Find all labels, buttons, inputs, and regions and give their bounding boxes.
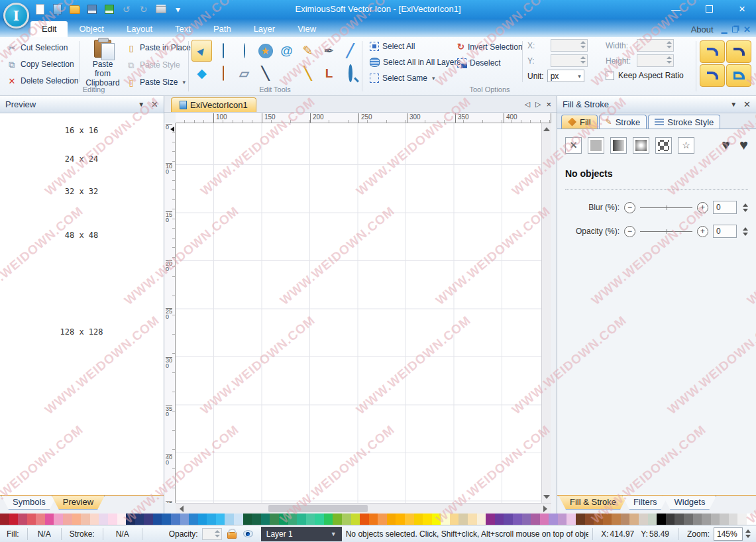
color-swatch[interactable] (135, 514, 144, 525)
value-stepper[interactable] (743, 227, 748, 236)
prev-tab-icon[interactable]: ◁ (524, 100, 529, 109)
unit-select[interactable]: px ▾ (547, 70, 584, 82)
panel-tab[interactable]: Fill & Stroke (559, 496, 627, 510)
color-swatch[interactable] (720, 514, 729, 525)
color-swatch[interactable] (324, 514, 333, 525)
color-swatch[interactable] (63, 514, 72, 525)
x-input[interactable] (551, 39, 588, 52)
corner-small-button[interactable] (700, 64, 725, 87)
color-swatch[interactable] (297, 514, 306, 525)
slider-track[interactable] (640, 207, 692, 208)
horizontal-scrollbar[interactable] (176, 503, 551, 514)
color-swatch[interactable] (351, 514, 360, 525)
color-swatch[interactable] (162, 514, 171, 525)
panel-tab[interactable]: Preview (52, 496, 105, 510)
color-swatch[interactable] (737, 514, 747, 525)
ribbon-tab[interactable]: Layout (115, 21, 164, 37)
color-swatch[interactable] (189, 514, 198, 525)
zoom-stepper[interactable] (745, 529, 751, 538)
fill-tool[interactable]: ◆ (191, 62, 212, 84)
color-swatch[interactable] (108, 514, 117, 525)
zoom-input[interactable]: 145% (714, 527, 743, 541)
document-tab[interactable]: ExiVectorIcon1 (171, 97, 256, 112)
pattern-fill-icon[interactable] (655, 137, 672, 154)
fill-stroke-tab[interactable]: Fill (561, 115, 598, 129)
increment-button[interactable]: + (697, 202, 708, 213)
color-swatch[interactable] (387, 514, 396, 525)
color-swatch[interactable] (702, 514, 711, 525)
star-tool[interactable]: ★ (255, 40, 276, 62)
increment-button[interactable]: + (697, 226, 708, 237)
height-input[interactable] (637, 54, 674, 67)
color-swatch[interactable] (333, 514, 342, 525)
visibility-eye-icon[interactable] (243, 530, 253, 537)
panel-tab[interactable]: Widgets (663, 496, 716, 510)
color-swatch[interactable] (423, 514, 432, 525)
no-fill-icon[interactable]: ✕ (565, 137, 582, 154)
ribbon-tab[interactable]: Path (202, 21, 243, 37)
color-swatch[interactable] (414, 514, 423, 525)
decrement-button[interactable]: − (624, 202, 635, 213)
color-swatch[interactable] (477, 514, 486, 525)
pencil-tool[interactable]: ✎ (297, 40, 318, 62)
select-tool[interactable]: ► (191, 40, 212, 62)
color-swatch[interactable] (198, 514, 207, 525)
color-swatch[interactable] (252, 514, 261, 525)
color-swatch[interactable] (72, 514, 81, 525)
color-swatch[interactable] (567, 514, 576, 525)
color-swatch[interactable] (36, 514, 45, 525)
chevron-down-icon[interactable]: ▼ (138, 101, 144, 108)
color-swatch[interactable] (612, 514, 621, 525)
paste-from-clipboard-button[interactable]: Paste from Clipboard (83, 40, 122, 87)
fillrule-nonzero-icon[interactable]: ♥ (739, 136, 748, 154)
color-swatch[interactable] (207, 514, 216, 525)
slider-track[interactable] (640, 231, 692, 232)
color-swatch[interactable] (216, 514, 225, 525)
minimize-button[interactable]: — (670, 4, 682, 15)
fillrule-evenodd-icon[interactable]: ♥ (722, 136, 730, 154)
color-swatch[interactable] (459, 514, 468, 525)
close-panel-icon[interactable]: ✕ (151, 99, 158, 109)
lock-icon[interactable] (227, 532, 237, 539)
rectangle-tool[interactable] (213, 40, 233, 62)
color-swatch[interactable] (621, 514, 630, 525)
pen-tool[interactable]: ✒ (319, 40, 339, 62)
layer-select[interactable]: Layer 1 ▼ (261, 527, 342, 541)
color-swatch[interactable] (405, 514, 414, 525)
ribbon-tab[interactable]: Layer (243, 21, 287, 37)
select-same-button[interactable]: Select Same ▾ (367, 72, 468, 84)
color-swatch[interactable] (711, 514, 720, 525)
ribbon-tab[interactable]: Edit (30, 21, 68, 37)
color-swatch[interactable] (378, 514, 387, 525)
color-swatch[interactable] (549, 514, 558, 525)
corner-textured-button[interactable] (726, 64, 751, 87)
swatch-fill-icon[interactable]: ☆ (678, 137, 694, 154)
paste-style-button[interactable]: ⧉ Paste Style (123, 58, 198, 72)
color-swatch[interactable] (225, 514, 234, 525)
color-swatch[interactable] (540, 514, 549, 525)
color-swatch[interactable] (81, 514, 90, 525)
connector-tool[interactable]: L (319, 62, 339, 84)
scroll-right-icon[interactable] (543, 506, 547, 512)
copy-selection-button[interactable]: ⧉ Copy Selection (4, 58, 81, 71)
color-swatch[interactable] (306, 514, 315, 525)
color-swatch[interactable] (594, 514, 603, 525)
slider-value-input[interactable]: 0 (713, 225, 737, 238)
color-swatch[interactable] (360, 514, 369, 525)
corner-plain-button[interactable] (700, 40, 725, 63)
next-tab-icon[interactable]: ▷ (535, 100, 541, 109)
ribbon-tab[interactable]: Object (68, 21, 115, 37)
corner-gradient-button[interactable] (726, 40, 751, 63)
invert-selection-button[interactable]: ↻ Invert Selection (455, 40, 525, 53)
color-swatch[interactable] (450, 514, 459, 525)
mdi-restore-button[interactable] (732, 27, 738, 32)
color-swatch[interactable] (144, 514, 153, 525)
close-tab-icon[interactable]: × (546, 99, 551, 109)
color-swatch[interactable] (684, 514, 693, 525)
panel-tab[interactable]: Symbols (1, 496, 57, 510)
color-swatch[interactable] (729, 514, 738, 525)
color-swatch[interactable] (522, 514, 531, 525)
color-swatch[interactable] (18, 514, 27, 525)
select-all-layers-button[interactable]: Select All in All Layers (367, 56, 468, 68)
mdi-close-button[interactable]: ✕ (743, 25, 751, 34)
